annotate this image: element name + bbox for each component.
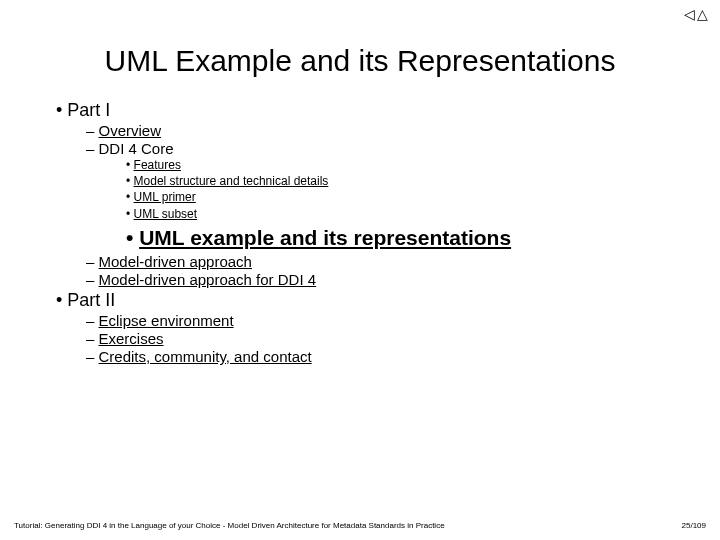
item-overview[interactable]: Overview [86,122,682,139]
footer-text: Tutorial: Generating DDI 4 in the Langua… [14,521,445,530]
item-uml-subset[interactable]: UML subset [126,206,682,222]
link-credits[interactable]: Credits, community, and contact [99,348,312,365]
item-current: UML example and its representations [126,224,682,252]
link-mda-ddi4[interactable]: Model-driven approach for DDI 4 [99,271,317,288]
nav-next-icon[interactable]: △ [697,6,710,22]
item-mda[interactable]: Model-driven approach [86,253,682,270]
ddi4core-sub: Features Model structure and technical d… [86,157,682,252]
item-ddi4core: DDI 4 Core Features Model structure and … [86,140,682,252]
item-model-struct[interactable]: Model structure and technical details [126,173,682,189]
part-1-items: Overview DDI 4 Core Features Model struc… [56,122,682,288]
item-exercises[interactable]: Exercises [86,330,682,347]
part-2: Part II Eclipse environment Exercises Cr… [56,290,682,365]
part-1-label: Part I [67,100,110,120]
link-mda[interactable]: Model-driven approach [99,253,252,270]
link-uml-primer[interactable]: UML primer [134,190,196,204]
part-2-items: Eclipse environment Exercises Credits, c… [56,312,682,365]
item-eclipse[interactable]: Eclipse environment [86,312,682,329]
slide-title: UML Example and its Representations [38,44,682,78]
item-mda-ddi4[interactable]: Model-driven approach for DDI 4 [86,271,682,288]
link-features[interactable]: Features [134,158,181,172]
item-features[interactable]: Features [126,157,682,173]
link-model-struct[interactable]: Model structure and technical details [134,174,329,188]
link-exercises[interactable]: Exercises [99,330,164,347]
slide-body: UML Example and its Representations Part… [0,0,720,365]
link-uml-subset[interactable]: UML subset [134,207,198,221]
part-1: Part I Overview DDI 4 Core Features Mode… [56,100,682,288]
item-credits[interactable]: Credits, community, and contact [86,348,682,365]
page-number: 25/109 [682,521,706,530]
nav-icons[interactable]: ◁△ [684,6,710,22]
outline-root: Part I Overview DDI 4 Core Features Mode… [38,100,682,365]
link-current: UML example and its representations [139,226,511,249]
part-2-label: Part II [67,290,115,310]
link-eclipse[interactable]: Eclipse environment [99,312,234,329]
nav-prev-icon[interactable]: ◁ [684,6,697,22]
link-overview[interactable]: Overview [99,122,162,139]
item-uml-primer[interactable]: UML primer [126,189,682,205]
slide-footer: Tutorial: Generating DDI 4 in the Langua… [14,521,706,530]
label-ddi4core: DDI 4 Core [99,140,174,157]
